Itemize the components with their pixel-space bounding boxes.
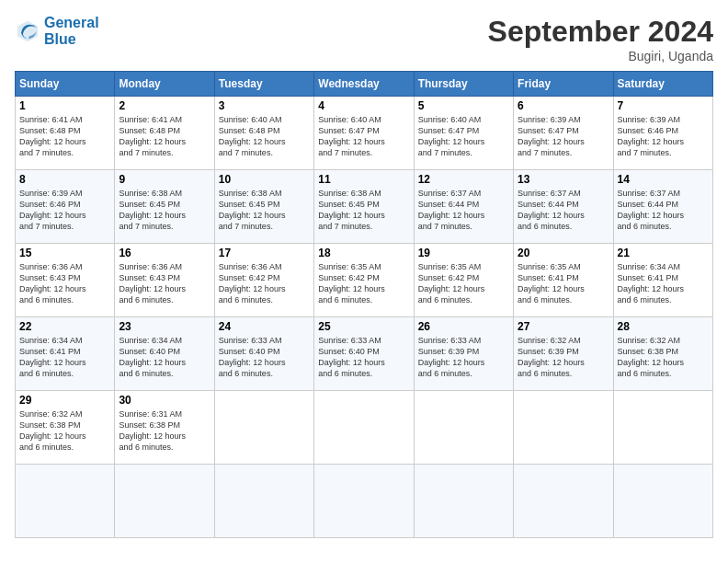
day-number: 21 bbox=[618, 247, 709, 259]
day-number: 20 bbox=[518, 247, 609, 259]
col-sunday: Sunday bbox=[16, 72, 115, 97]
calendar-row bbox=[16, 465, 713, 538]
day-number: 15 bbox=[19, 247, 110, 259]
table-row bbox=[613, 391, 712, 465]
location: Bugiri, Uganda bbox=[488, 49, 713, 63]
table-row: 27 Sunrise: 6:32 AM Sunset: 6:39 PM Dayl… bbox=[514, 317, 613, 391]
table-row: 3 Sunrise: 6:40 AM Sunset: 6:48 PM Dayli… bbox=[214, 97, 313, 170]
day-info: Sunrise: 6:33 AM Sunset: 6:40 PM Dayligh… bbox=[219, 335, 310, 380]
day-info: Sunrise: 6:33 AM Sunset: 6:39 PM Dayligh… bbox=[418, 335, 509, 380]
table-row: 15 Sunrise: 6:36 AM Sunset: 6:43 PM Dayl… bbox=[16, 244, 115, 317]
day-info: Sunrise: 6:35 AM Sunset: 6:42 PM Dayligh… bbox=[418, 261, 509, 306]
table-row: 16 Sunrise: 6:36 AM Sunset: 6:43 PM Dayl… bbox=[115, 244, 214, 317]
day-number: 8 bbox=[19, 173, 110, 186]
table-row: 28 Sunrise: 6:32 AM Sunset: 6:38 PM Dayl… bbox=[613, 317, 712, 391]
table-row bbox=[214, 391, 313, 465]
day-number: 14 bbox=[618, 173, 709, 186]
table-row: 14 Sunrise: 6:37 AM Sunset: 6:44 PM Dayl… bbox=[613, 170, 712, 244]
day-number: 13 bbox=[518, 173, 609, 186]
table-row bbox=[314, 391, 414, 465]
day-number: 6 bbox=[518, 99, 609, 112]
day-number: 30 bbox=[119, 394, 210, 407]
day-number: 19 bbox=[418, 247, 509, 259]
day-info: Sunrise: 6:41 AM Sunset: 6:48 PM Dayligh… bbox=[119, 114, 210, 159]
header-row: Sunday Monday Tuesday Wednesday Thursday… bbox=[16, 72, 713, 97]
page-header: General Blue September 2024 Bugiri, Ugan… bbox=[15, 15, 713, 63]
day-info: Sunrise: 6:35 AM Sunset: 6:42 PM Dayligh… bbox=[318, 261, 409, 306]
col-tuesday: Tuesday bbox=[214, 72, 313, 97]
day-info: Sunrise: 6:36 AM Sunset: 6:43 PM Dayligh… bbox=[119, 261, 210, 306]
day-info: Sunrise: 6:32 AM Sunset: 6:38 PM Dayligh… bbox=[618, 335, 709, 380]
day-number: 2 bbox=[119, 99, 210, 112]
day-info: Sunrise: 6:38 AM Sunset: 6:45 PM Dayligh… bbox=[219, 188, 310, 233]
day-number: 18 bbox=[318, 247, 409, 259]
calendar-row: 29 Sunrise: 6:32 AM Sunset: 6:38 PM Dayl… bbox=[16, 391, 713, 465]
day-info: Sunrise: 6:37 AM Sunset: 6:44 PM Dayligh… bbox=[618, 188, 709, 233]
day-number: 11 bbox=[318, 173, 409, 186]
table-row: 8 Sunrise: 6:39 AM Sunset: 6:46 PM Dayli… bbox=[16, 170, 115, 244]
day-number: 12 bbox=[418, 173, 509, 186]
table-row bbox=[414, 465, 513, 538]
day-number: 27 bbox=[518, 320, 609, 333]
day-info: Sunrise: 6:38 AM Sunset: 6:45 PM Dayligh… bbox=[318, 188, 409, 233]
day-info: Sunrise: 6:41 AM Sunset: 6:48 PM Dayligh… bbox=[19, 114, 110, 159]
table-row: 21 Sunrise: 6:34 AM Sunset: 6:41 PM Dayl… bbox=[613, 244, 712, 317]
logo-text: General Blue bbox=[44, 15, 99, 47]
table-row: 6 Sunrise: 6:39 AM Sunset: 6:47 PM Dayli… bbox=[514, 97, 613, 170]
day-number: 23 bbox=[119, 320, 210, 333]
table-row: 12 Sunrise: 6:37 AM Sunset: 6:44 PM Dayl… bbox=[414, 170, 513, 244]
month-title: September 2024 bbox=[488, 15, 713, 49]
day-number: 10 bbox=[219, 173, 310, 186]
col-monday: Monday bbox=[115, 72, 214, 97]
table-row: 26 Sunrise: 6:33 AM Sunset: 6:39 PM Dayl… bbox=[414, 317, 513, 391]
table-row: 10 Sunrise: 6:38 AM Sunset: 6:45 PM Dayl… bbox=[214, 170, 313, 244]
day-number: 28 bbox=[618, 320, 709, 333]
day-info: Sunrise: 6:40 AM Sunset: 6:48 PM Dayligh… bbox=[219, 114, 310, 159]
table-row: 1 Sunrise: 6:41 AM Sunset: 6:48 PM Dayli… bbox=[16, 97, 115, 170]
table-row bbox=[514, 391, 613, 465]
day-info: Sunrise: 6:38 AM Sunset: 6:45 PM Dayligh… bbox=[119, 188, 210, 233]
day-number: 9 bbox=[119, 173, 210, 186]
table-row: 11 Sunrise: 6:38 AM Sunset: 6:45 PM Dayl… bbox=[314, 170, 414, 244]
table-row bbox=[514, 465, 613, 538]
day-info: Sunrise: 6:31 AM Sunset: 6:38 PM Dayligh… bbox=[119, 408, 210, 454]
table-row bbox=[115, 465, 214, 538]
calendar-row: 22 Sunrise: 6:34 AM Sunset: 6:41 PM Dayl… bbox=[16, 317, 713, 391]
table-row: 17 Sunrise: 6:36 AM Sunset: 6:42 PM Dayl… bbox=[214, 244, 313, 317]
table-row: 24 Sunrise: 6:33 AM Sunset: 6:40 PM Dayl… bbox=[214, 317, 313, 391]
table-row: 22 Sunrise: 6:34 AM Sunset: 6:41 PM Dayl… bbox=[16, 317, 115, 391]
day-number: 5 bbox=[418, 99, 509, 112]
table-row: 5 Sunrise: 6:40 AM Sunset: 6:47 PM Dayli… bbox=[414, 97, 513, 170]
title-block: September 2024 Bugiri, Uganda bbox=[488, 15, 713, 63]
col-thursday: Thursday bbox=[414, 72, 513, 97]
table-row: 29 Sunrise: 6:32 AM Sunset: 6:38 PM Dayl… bbox=[16, 391, 115, 465]
day-number: 29 bbox=[19, 394, 110, 407]
day-info: Sunrise: 6:34 AM Sunset: 6:41 PM Dayligh… bbox=[618, 261, 709, 306]
col-friday: Friday bbox=[514, 72, 613, 97]
col-saturday: Saturday bbox=[613, 72, 712, 97]
day-number: 16 bbox=[119, 247, 210, 259]
table-row: 4 Sunrise: 6:40 AM Sunset: 6:47 PM Dayli… bbox=[314, 97, 414, 170]
logo: General Blue bbox=[15, 15, 99, 47]
logo-icon bbox=[15, 18, 40, 44]
table-row: 9 Sunrise: 6:38 AM Sunset: 6:45 PM Dayli… bbox=[115, 170, 214, 244]
day-info: Sunrise: 6:39 AM Sunset: 6:46 PM Dayligh… bbox=[618, 114, 709, 159]
day-info: Sunrise: 6:34 AM Sunset: 6:40 PM Dayligh… bbox=[119, 335, 210, 380]
day-info: Sunrise: 6:35 AM Sunset: 6:41 PM Dayligh… bbox=[518, 261, 609, 306]
day-number: 7 bbox=[618, 99, 709, 112]
day-number: 24 bbox=[219, 320, 310, 333]
day-number: 17 bbox=[219, 247, 310, 259]
day-info: Sunrise: 6:36 AM Sunset: 6:42 PM Dayligh… bbox=[219, 261, 310, 306]
day-info: Sunrise: 6:37 AM Sunset: 6:44 PM Dayligh… bbox=[418, 188, 509, 233]
table-row: 20 Sunrise: 6:35 AM Sunset: 6:41 PM Dayl… bbox=[514, 244, 613, 317]
day-info: Sunrise: 6:33 AM Sunset: 6:40 PM Dayligh… bbox=[318, 335, 409, 380]
table-row bbox=[214, 465, 313, 538]
table-row bbox=[613, 465, 712, 538]
day-info: Sunrise: 6:39 AM Sunset: 6:47 PM Dayligh… bbox=[518, 114, 609, 159]
day-info: Sunrise: 6:40 AM Sunset: 6:47 PM Dayligh… bbox=[318, 114, 409, 159]
day-number: 4 bbox=[318, 99, 409, 112]
day-number: 22 bbox=[19, 320, 110, 333]
table-row: 7 Sunrise: 6:39 AM Sunset: 6:46 PM Dayli… bbox=[613, 97, 712, 170]
table-row bbox=[414, 391, 513, 465]
table-row: 23 Sunrise: 6:34 AM Sunset: 6:40 PM Dayl… bbox=[115, 317, 214, 391]
